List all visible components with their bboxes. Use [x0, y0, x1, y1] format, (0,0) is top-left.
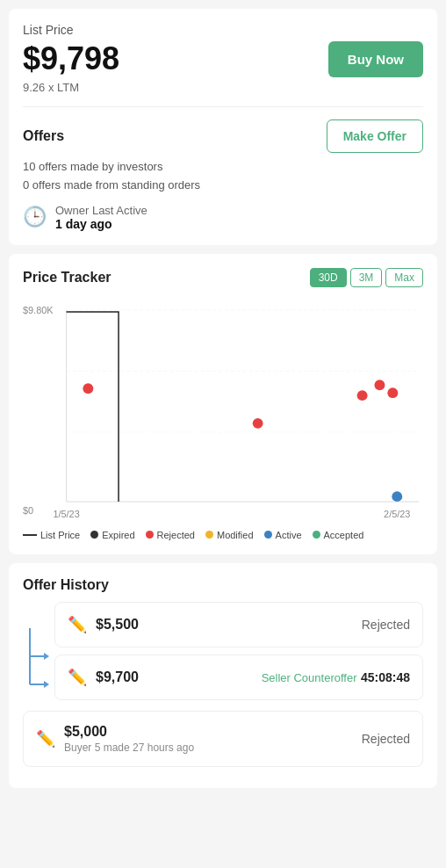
rejected-dot-icon	[146, 531, 154, 539]
legend-list-price-label: List Price	[40, 530, 80, 540]
owner-active-info: Owner Last Active 1 day ago	[55, 204, 147, 231]
seller-counteroffer-label: Seller Counteroffer	[262, 671, 357, 684]
time-filters: 30D 3M Max	[310, 268, 423, 287]
offer-amount-3: $5,000	[64, 724, 353, 740]
offer-amount-1: $5,500	[96, 617, 353, 633]
offer-rows-group: ✏️ $5,500 Rejected ✏️ $9,700 Seller Coun…	[54, 602, 423, 707]
legend-expired: Expired	[90, 530, 134, 540]
offer-counteroffer-col: Seller Counteroffer 45:08:48	[262, 669, 410, 685]
offer-history-card: Offer History ✏️ $5,500	[9, 563, 437, 788]
owner-active-section: 🕒 Owner Last Active 1 day ago	[23, 204, 423, 231]
list-price-line-icon	[23, 534, 37, 536]
offer-status-1: Rejected	[362, 617, 410, 633]
offer-row-1: ✏️ $5,500 Rejected	[54, 602, 423, 647]
accepted-dot-icon	[313, 531, 320, 539]
svg-point-14	[392, 491, 402, 502]
filter-30d-button[interactable]: 30D	[310, 268, 347, 287]
legend-list-price: List Price	[23, 530, 80, 540]
svg-point-9	[83, 383, 93, 394]
legend-rejected-label: Rejected	[157, 530, 195, 540]
svg-point-11	[357, 390, 368, 401]
legend-modified-label: Modified	[217, 530, 254, 540]
owner-active-time: 1 day ago	[55, 217, 147, 231]
chart-svg: $9.80K $0 1/5/23 2/5/23	[23, 296, 423, 524]
svg-point-12	[374, 380, 385, 390]
svg-text:1/5/23: 1/5/23	[53, 509, 79, 519]
offer-edit-icon-2: ✏️	[68, 668, 87, 687]
expired-dot-icon	[90, 531, 98, 539]
list-price-label: List Price	[23, 23, 423, 37]
offer-status-label-1: Rejected	[362, 618, 410, 632]
list-price-value: $9,798	[23, 40, 119, 77]
ltm-label: 9.26 x LTM	[23, 81, 423, 94]
offer-row-2: ✏️ $9,700 Seller Counteroffer 45:08:48	[54, 655, 423, 700]
offer-row-3: ✏️ $5,000 Buyer 5 made 27 hours ago Reje…	[23, 711, 423, 767]
svg-text:$9.80K: $9.80K	[23, 305, 54, 315]
legend-expired-label: Expired	[102, 530, 134, 540]
svg-text:$0: $0	[23, 505, 33, 516]
history-icon: 🕒	[23, 206, 47, 228]
offer-amount-col-2: $9,700	[96, 669, 253, 685]
offers-header: Offers Make Offer	[23, 119, 423, 153]
offer-amount-col-1: $5,500	[96, 617, 353, 633]
svg-marker-17	[44, 653, 49, 660]
legend-accepted-label: Accepted	[324, 530, 364, 540]
legend-active-label: Active	[276, 530, 302, 540]
filter-max-button[interactable]: Max	[385, 268, 423, 287]
active-dot-icon	[264, 531, 272, 539]
buy-now-button[interactable]: Buy Now	[328, 41, 423, 77]
offer-status-label-3: Rejected	[362, 732, 410, 746]
connector-arrows	[23, 602, 54, 707]
list-price-card: List Price $9,798 Buy Now 9.26 x LTM Off…	[9, 9, 437, 245]
chart-legend: List Price Expired Rejected Modified Act…	[23, 530, 423, 540]
offer-status-3: Rejected	[362, 731, 410, 747]
counteroffer-timer: 45:08:48	[361, 670, 410, 684]
offers-line2: 0 offers made from standing orders	[23, 177, 423, 195]
svg-point-10	[253, 418, 263, 429]
tracker-header: Price Tracker 30D 3M Max	[23, 268, 423, 287]
price-tracker-card: Price Tracker 30D 3M Max $9.80K $0 1/5/2…	[9, 254, 437, 554]
modified-dot-icon	[205, 531, 213, 539]
offer-history-title: Offer History	[23, 577, 423, 593]
legend-modified: Modified	[205, 530, 254, 540]
tracker-title: Price Tracker	[23, 270, 112, 286]
legend-active: Active	[264, 530, 302, 540]
svg-point-13	[387, 387, 398, 398]
price-chart: $9.80K $0 1/5/23 2/5/23	[23, 296, 423, 524]
offers-line1: 10 offers made by investors	[23, 158, 423, 177]
svg-text:2/5/23: 2/5/23	[384, 509, 410, 519]
offer-connector-group: ✏️ $5,500 Rejected ✏️ $9,700 Seller Coun…	[23, 602, 423, 707]
filter-3m-button[interactable]: 3M	[350, 268, 383, 287]
svg-marker-20	[44, 681, 49, 688]
offer-amount-2: $9,700	[96, 669, 253, 685]
offer-amount-col-3: $5,000 Buyer 5 made 27 hours ago	[64, 724, 353, 754]
offer-edit-icon-1: ✏️	[68, 615, 87, 634]
offers-title: Offers	[23, 128, 64, 144]
offer-edit-icon-3: ✏️	[36, 729, 55, 749]
price-row: $9,798 Buy Now	[23, 40, 423, 77]
connector-arrow-svg	[23, 618, 51, 697]
offer-buyer-label: Buyer 5 made 27 hours ago	[64, 741, 353, 754]
offers-section: Offers Make Offer 10 offers made by inve…	[23, 119, 423, 195]
owner-active-label: Owner Last Active	[55, 204, 147, 217]
legend-rejected: Rejected	[146, 530, 195, 540]
legend-accepted: Accepted	[313, 530, 364, 540]
make-offer-button[interactable]: Make Offer	[327, 119, 423, 153]
